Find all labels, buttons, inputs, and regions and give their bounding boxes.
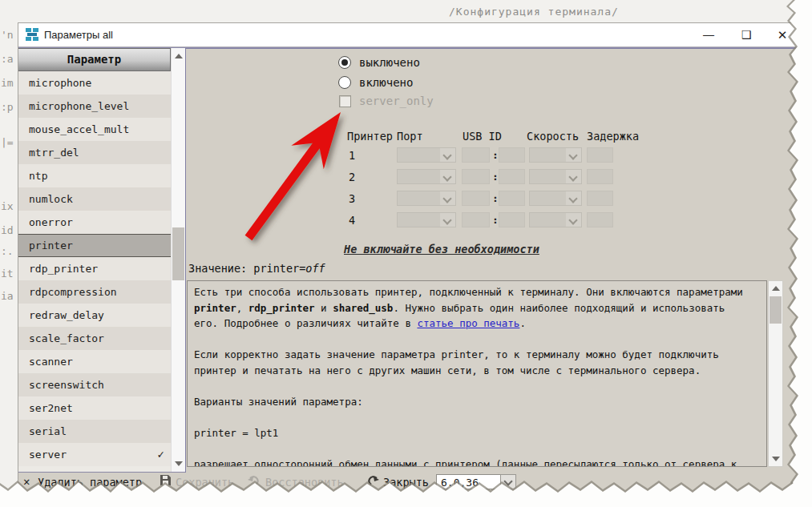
radio-button[interactable] [338, 56, 351, 69]
usb-product-field[interactable] [499, 147, 525, 163]
sidebar-item-label: rdp_printer [29, 263, 98, 275]
warning-link[interactable]: Не включайте без необходимости [344, 243, 539, 256]
sidebar-item-label: microphone_level [29, 100, 129, 112]
sidebar-item-rdp_printer[interactable]: rdp_printer [18, 257, 171, 280]
sidebar-header: Параметр [18, 48, 171, 71]
sidebar-item-microphone_level[interactable]: microphone_level [18, 95, 171, 118]
minimize-button[interactable]: — [697, 23, 721, 46]
description-segment: . Нужно выбрать один наиболее подходящий… [393, 302, 725, 314]
description-line [194, 442, 766, 458]
port-select[interactable] [397, 191, 456, 206]
sidebar-item-label: redraw_delay [29, 309, 104, 321]
version-select[interactable]: 6.0,36 [436, 474, 501, 489]
speed-select[interactable] [529, 191, 582, 206]
checkbox-label: server_only [359, 95, 434, 107]
description-segment: его. Подробнее о различиях читайте в [194, 317, 417, 329]
undo-icon [247, 474, 261, 489]
sidebar-item-ntp[interactable]: ntp [18, 164, 171, 187]
red-arrow-annotation [224, 80, 369, 256]
scrollbar-thumb[interactable] [172, 227, 184, 280]
usb-vendor-field[interactable] [462, 169, 490, 184]
description-segment: printer = lpt1 [194, 427, 278, 439]
delete-parameter-button[interactable]: Удалить параметр [38, 476, 142, 489]
bottom-toolbar: ✕ Удалить параметр Сохранить Восстановит… [18, 473, 802, 493]
version-dropdown-button[interactable] [500, 474, 516, 489]
article-link[interactable]: статье про печать [417, 317, 519, 329]
close-button[interactable]: ✕ [770, 23, 794, 46]
sidebar-item-ser2net[interactable]: ser2net [18, 396, 171, 420]
sidebar-item-mtrr_del[interactable]: mtrr_del [18, 141, 171, 164]
close-window-button[interactable]: Закрыть [383, 476, 429, 489]
delay-field[interactable] [587, 169, 613, 184]
value-off: off [305, 262, 325, 275]
description-segment: printer [194, 302, 236, 314]
usb-product-field[interactable] [499, 169, 525, 184]
delete-icon[interactable]: ✕ [23, 475, 30, 488]
parameters-window: Параметры all — ❑ ✕ Параметр microphonem… [18, 22, 802, 493]
sidebar-item-screenswitch[interactable]: screenswitch [18, 373, 171, 396]
close-action-icon [366, 474, 380, 489]
scroll-down-icon[interactable] [772, 457, 780, 461]
save-icon [160, 474, 172, 489]
chevron-down-icon [568, 172, 577, 181]
screenshot-root: /Конфигурация терминала/ 'n:aim:p|=ixid:… [0, 0, 812, 507]
usb-vendor-field[interactable] [462, 147, 490, 163]
sidebar-item-label: ser2net [29, 402, 73, 414]
sidebar-item-label: serial [29, 425, 67, 437]
description-line [194, 333, 766, 349]
parameter-list: microphonemicrophone_levelmouse_accel_mu… [18, 71, 171, 466]
description-scrollbar[interactable] [768, 280, 783, 467]
scroll-up-icon[interactable] [772, 286, 780, 291]
delay-field[interactable] [587, 191, 613, 206]
sidebar-item-onerror[interactable]: onerror [18, 211, 171, 234]
speed-select[interactable] [529, 169, 582, 184]
sidebar-scrollbar[interactable] [171, 48, 185, 472]
usb-vendor-field[interactable] [462, 212, 490, 227]
description-segment: разрешает односторонний обмен данными с … [194, 458, 737, 468]
edge-text-fragment: :a [1, 53, 14, 65]
edge-text-fragment: :. [1, 245, 14, 257]
save-button[interactable]: Сохранить [176, 476, 234, 489]
sidebar-item-label: printer [29, 239, 73, 251]
delay-field[interactable] [587, 212, 613, 227]
sidebar-item-mouse_accel_mult[interactable]: mouse_accel_mult [18, 118, 171, 141]
usb-vendor-field[interactable] [462, 191, 490, 206]
usb-product-field[interactable] [499, 191, 525, 206]
edge-text-fragment: 'n [1, 29, 14, 41]
sidebar-item-numlock[interactable]: numlock [18, 187, 171, 211]
sidebar-item-scanner[interactable]: scanner [18, 350, 171, 373]
description-line: Если корректно задать значение параметра… [194, 348, 766, 364]
sidebar-item-label: microphone [29, 77, 91, 89]
port-select[interactable] [397, 169, 456, 184]
title-bar[interactable]: Параметры all — ❑ ✕ [18, 23, 802, 47]
scrollbar-thumb[interactable] [770, 296, 782, 324]
port-select[interactable] [397, 212, 456, 227]
description-segment: принтер и печатать на него с других маши… [194, 364, 701, 376]
sidebar-item-redraw_delay[interactable]: redraw_delay [18, 304, 171, 327]
description-segment: , [236, 302, 248, 314]
speed-select[interactable] [529, 212, 582, 227]
edge-text-fragment: ia [1, 290, 14, 302]
scroll-down-icon[interactable] [175, 461, 183, 466]
sidebar-item-printer[interactable]: printer [18, 234, 171, 257]
description-line [194, 411, 766, 427]
maximize-button[interactable]: ❑ [734, 23, 758, 46]
delay-field[interactable] [587, 147, 613, 163]
sidebar-item-label: scanner [29, 356, 73, 368]
window-title: Параметры all [44, 29, 113, 41]
chevron-down-icon [442, 151, 451, 159]
speed-select[interactable] [529, 147, 582, 163]
sidebar-item-label: scale_factor [29, 332, 104, 344]
sidebar-item-serial[interactable]: serial [18, 420, 171, 443]
restore-button[interactable]: Восстановить [265, 476, 344, 489]
scroll-up-icon[interactable] [175, 54, 183, 58]
sidebar-item-rdpcompression[interactable]: rdpcompression [18, 280, 171, 304]
port-select[interactable] [397, 147, 456, 163]
usb-product-field[interactable] [499, 212, 525, 227]
colon-separator: : [492, 149, 499, 161]
value-line: Значение: printer=off [188, 262, 325, 275]
sidebar-item-microphone[interactable]: microphone [18, 71, 171, 95]
sidebar-item-server[interactable]: server✓ [18, 443, 171, 466]
sidebar-item-scale_factor[interactable]: scale_factor [18, 327, 171, 350]
col-header-usbid: USB ID [463, 130, 502, 143]
